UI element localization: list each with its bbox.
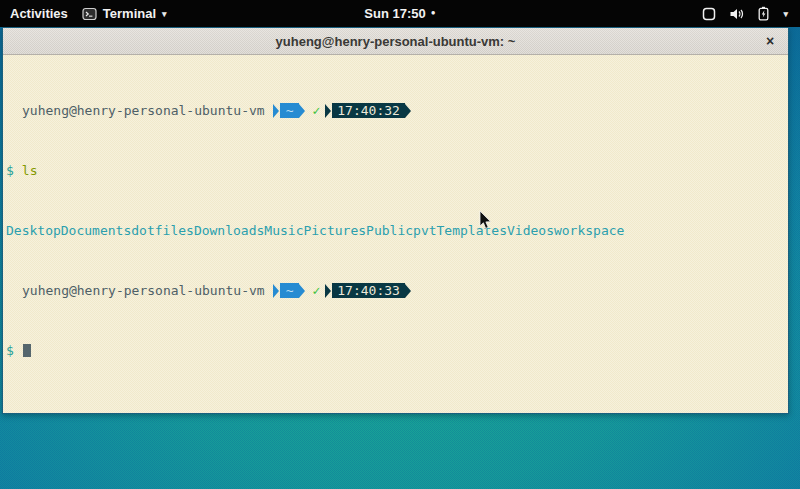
powerline-arrow-icon [405, 104, 411, 118]
dir-entry: Public [366, 223, 413, 238]
dir-entry: Downloads [194, 223, 264, 238]
text-cursor [23, 344, 31, 357]
command-line: $ls [6, 163, 786, 178]
prompt-user: yuheng@henry-personal-ubuntu-vm [22, 103, 265, 118]
dir-entry: Templates [437, 223, 507, 238]
powerline-arrow-icon [299, 104, 305, 118]
time-segment: 17:40:32 [325, 103, 411, 118]
window-title: yuheng@henry-personal-ubuntu-vm: ~ [276, 34, 516, 49]
cwd-segment: ~ [273, 283, 306, 298]
dir-entry: pvt [413, 223, 436, 238]
close-button[interactable]: × [761, 32, 779, 50]
screen-icon [702, 7, 716, 21]
prompt-user: yuheng@henry-personal-ubuntu-vm [22, 283, 265, 298]
dir-entry: Videos [507, 223, 554, 238]
dir-entry: Desktop [6, 223, 61, 238]
time-label: 17:40:33 [332, 283, 405, 298]
app-menu-label: Terminal [103, 6, 156, 21]
cwd-label: ~ [280, 283, 300, 298]
powerline-arrow-icon [299, 284, 305, 298]
battery-charging-icon [757, 6, 770, 21]
terminal-content[interactable]: yuheng@henry-personal-ubuntu-vm ~ ✓ 17:4… [3, 55, 788, 413]
ls-output-line: Desktop Documents dotfiles Downloads Mus… [6, 223, 786, 238]
dir-entry: Documents [61, 223, 131, 238]
status-check-icon: ✓ [312, 103, 320, 118]
dir-entry: Music [264, 223, 303, 238]
chevron-down-icon: ▾ [162, 9, 167, 19]
command-text: ls [22, 163, 38, 178]
time-label: 17:40:32 [332, 103, 405, 118]
prompt-char: $ [6, 343, 14, 358]
app-menu[interactable]: Terminal ▾ [82, 6, 167, 21]
cwd-segment: ~ [273, 103, 306, 118]
prompt-line: yuheng@henry-personal-ubuntu-vm ~ ✓ 17:4… [6, 283, 786, 298]
prompt-line: yuheng@henry-personal-ubuntu-vm ~ ✓ 17:4… [6, 103, 786, 118]
terminal-app-icon [82, 7, 97, 21]
cwd-label: ~ [280, 103, 300, 118]
volume-icon [729, 7, 744, 21]
notification-dot-icon: ● [431, 9, 436, 17]
time-segment: 17:40:33 [325, 283, 411, 298]
dir-entry: workspace [554, 223, 624, 238]
prompt-char: $ [6, 163, 14, 178]
status-check-icon: ✓ [312, 283, 320, 298]
clock-label[interactable]: Sun 17:50 [364, 6, 425, 21]
dir-entry: Pictures [303, 223, 366, 238]
terminal-window: yuheng@henry-personal-ubuntu-vm: ~ × yuh… [2, 27, 789, 414]
input-line[interactable]: $ [6, 343, 786, 358]
chevron-down-icon: ▾ [783, 9, 788, 19]
system-status-area[interactable]: ▾ [702, 0, 800, 27]
dir-entry: dotfiles [131, 223, 194, 238]
gnome-top-bar: Activities Terminal ▾ Sun 17:50 ● [0, 0, 800, 27]
activities-button[interactable]: Activities [10, 6, 68, 21]
powerline-arrow-icon [405, 284, 411, 298]
window-titlebar[interactable]: yuheng@henry-personal-ubuntu-vm: ~ × [3, 28, 788, 55]
